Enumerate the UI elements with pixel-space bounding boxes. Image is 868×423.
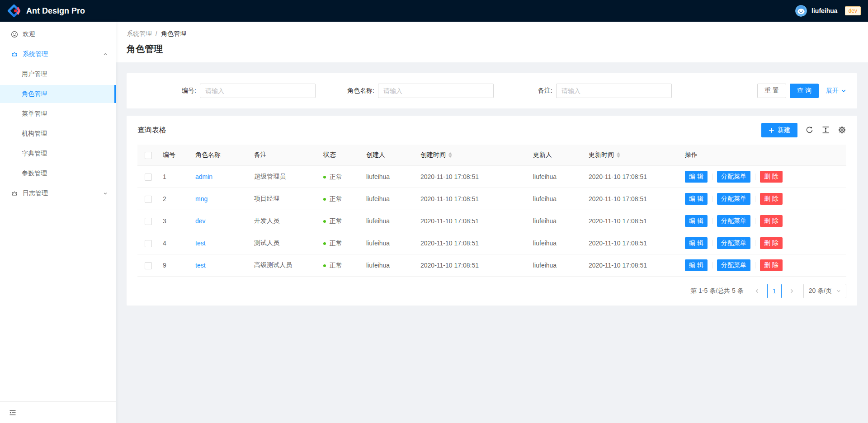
row-checkbox[interactable] (145, 174, 152, 181)
delete-button[interactable]: 删 除 (760, 215, 783, 227)
status-dot (323, 176, 326, 179)
sidebar-collapse-trigger[interactable] (0, 401, 116, 423)
assign-menu-button[interactable]: 分配菜单 (717, 259, 750, 271)
smile-icon (11, 31, 18, 38)
row-checkbox[interactable] (145, 196, 152, 203)
form-item-id: 编号: (137, 84, 316, 98)
page-number[interactable]: 1 (767, 284, 782, 298)
page-header: 系统管理 / 角色管理 角色管理 (116, 22, 868, 62)
sort-icons[interactable] (448, 152, 452, 158)
col-header-update-time[interactable]: 更新时间 (585, 145, 681, 166)
divider (712, 218, 712, 224)
main-area: 系统管理 / 角色管理 角色管理 编号: 角色名称: (116, 22, 868, 423)
table-row: 9 test 高级测试人员 正常 liufeihua 2020-11-10 17… (137, 254, 846, 277)
cell-creator: liufeihua (363, 254, 417, 277)
logo-area[interactable]: Ant Design Pro (7, 4, 85, 18)
sidebar-item-org-mgmt[interactable]: 机构管理 (0, 125, 116, 143)
crown-icon (11, 51, 18, 58)
status-dot (323, 242, 326, 245)
role-name-link[interactable]: test (195, 240, 206, 247)
assign-menu-button[interactable]: 分配菜单 (717, 193, 750, 205)
cell-update-time: 2020-11-10 17:08:51 (585, 232, 681, 254)
role-name-input[interactable] (378, 84, 494, 98)
sidebar: 欢迎 系统管理 用户管理 角色管 (0, 22, 116, 423)
role-name-link[interactable]: admin (195, 173, 212, 180)
new-button-label: 新建 (778, 126, 790, 134)
edit-button[interactable]: 编 辑 (685, 215, 708, 227)
sidebar-item-label: 菜单管理 (22, 110, 47, 118)
divider (755, 262, 755, 268)
table-toolbar: 查询表格 新建 (127, 116, 857, 145)
delete-button[interactable]: 删 除 (760, 171, 783, 183)
reload-icon[interactable] (806, 126, 814, 134)
edit-button[interactable]: 编 辑 (685, 237, 708, 249)
sidebar-item-dict-mgmt[interactable]: 字典管理 (0, 145, 116, 163)
sidebar-item-param-mgmt[interactable]: 参数管理 (0, 164, 116, 183)
select-all-checkbox[interactable] (145, 152, 152, 159)
form-item-role-name: 角色名称: (316, 84, 494, 98)
col-header-status: 状态 (320, 145, 363, 166)
edit-button[interactable]: 编 辑 (685, 193, 708, 205)
cell-updater: liufeihua (529, 232, 585, 254)
row-checkbox[interactable] (145, 262, 152, 269)
density-icon[interactable] (822, 126, 830, 134)
sidebar-submenu-system[interactable]: 系统管理 (0, 45, 116, 63)
col-header-id: 编号 (159, 145, 192, 166)
sort-icons[interactable] (617, 152, 620, 158)
sidebar-item-menu-mgmt[interactable]: 菜单管理 (0, 105, 116, 123)
edit-button[interactable]: 编 辑 (685, 259, 708, 271)
sidebar-item-welcome[interactable]: 欢迎 (0, 25, 116, 43)
sidebar-item-role-mgmt[interactable]: 角色管理 (0, 85, 116, 103)
cell-update-time: 2020-11-10 17:08:51 (585, 254, 681, 277)
user-menu[interactable]: liufeihua dev (795, 5, 861, 17)
cell-updater: liufeihua (529, 166, 585, 188)
reset-button[interactable]: 重 置 (757, 84, 786, 98)
cell-remark: 开发人员 (250, 210, 320, 232)
next-page-button[interactable] (785, 284, 798, 298)
user-avatar[interactable] (795, 5, 807, 17)
row-checkbox[interactable] (145, 240, 152, 247)
divider (712, 196, 712, 202)
delete-button[interactable]: 删 除 (760, 259, 783, 271)
pagination-summary: 第 1-5 条/总共 5 条 (690, 287, 743, 295)
breadcrumb-item-system[interactable]: 系统管理 (127, 29, 152, 38)
assign-menu-button[interactable]: 分配菜单 (717, 215, 750, 227)
role-name-link[interactable]: dev (195, 217, 206, 225)
new-button[interactable]: 新建 (761, 123, 797, 137)
chevron-down-icon (103, 191, 108, 196)
cell-id: 2 (159, 188, 192, 210)
role-name-link[interactable]: mng (195, 195, 208, 202)
sidebar-item-user-mgmt[interactable]: 用户管理 (0, 65, 116, 83)
search-button[interactable]: 查 询 (790, 84, 819, 98)
roles-table: 编号 角色名称 备注 状态 创建人 创建时间 (137, 145, 846, 277)
chevron-down-icon (841, 88, 846, 94)
assign-menu-button[interactable]: 分配菜单 (717, 171, 750, 183)
edit-button[interactable]: 编 辑 (685, 171, 708, 183)
crown-icon (11, 190, 18, 197)
delete-button[interactable]: 删 除 (760, 193, 783, 205)
row-checkbox[interactable] (145, 218, 152, 225)
page-size-select[interactable]: 20 条/页 (803, 284, 846, 298)
settings-gear-icon[interactable] (838, 126, 846, 134)
role-name-link[interactable]: test (195, 262, 206, 269)
cell-remark: 项目经理 (250, 188, 320, 210)
cell-update-time: 2020-11-10 17:08:51 (585, 210, 681, 232)
expand-link[interactable]: 展开 (826, 87, 846, 95)
id-input[interactable] (200, 84, 316, 98)
remark-input[interactable] (556, 84, 672, 98)
col-header-create-time[interactable]: 创建时间 (417, 145, 529, 166)
cell-remark: 测试人员 (250, 232, 320, 254)
sidebar-submenu-log[interactable]: 日志管理 (0, 184, 116, 202)
pagination: 第 1-5 条/总共 5 条 1 20 条/页 (127, 277, 857, 306)
page-content: 编号: 角色名称: 备注: 重 置 查 询 (116, 62, 868, 423)
delete-button[interactable]: 删 除 (760, 237, 783, 249)
col-header-actions: 操作 (681, 145, 846, 166)
assign-menu-button[interactable]: 分配菜单 (717, 237, 750, 249)
status-badge: 正常 (330, 173, 342, 181)
divider (755, 218, 755, 224)
breadcrumb-item-role: 角色管理 (161, 29, 186, 38)
chevron-down-icon (836, 289, 841, 293)
prev-page-button[interactable] (751, 284, 764, 298)
col-header-updater: 更新人 (529, 145, 585, 166)
page-size-value: 20 条/页 (809, 287, 832, 295)
